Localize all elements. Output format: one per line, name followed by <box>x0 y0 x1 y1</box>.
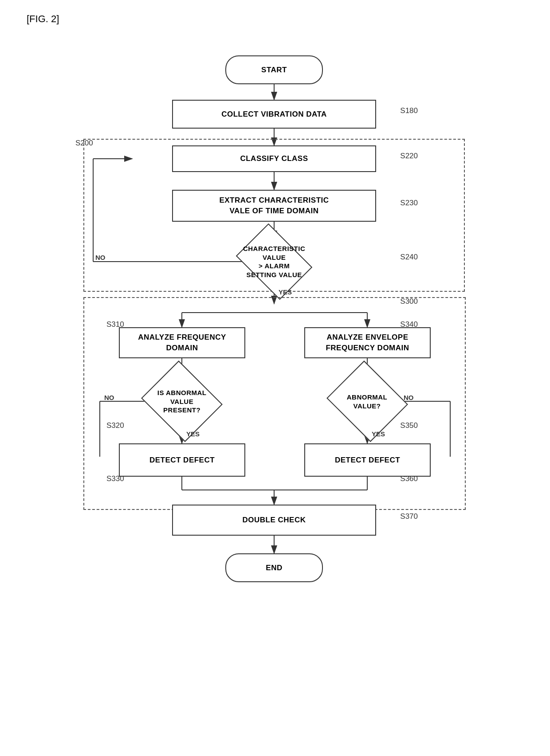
s200-step-label: S200 <box>75 139 93 148</box>
s180-node: COLLECT VIBRATION DATA <box>172 100 376 129</box>
s360-node: DETECT DEFECT <box>304 443 431 477</box>
s240-label: CHARACTERISTIC VALUE> ALARM SETTING VALU… <box>243 244 305 279</box>
s340-label: ANALYZE ENVELOPEFREQUENCY DOMAIN <box>326 332 409 353</box>
s350-step: S350 <box>400 421 418 430</box>
s370-label: DOUBLE CHECK <box>243 516 306 525</box>
s320-step: S320 <box>106 421 124 430</box>
s330-step: S330 <box>106 474 124 483</box>
s220-label: CLASSIFY CLASS <box>240 154 308 163</box>
end-label: END <box>266 564 282 572</box>
s180-label: COLLECT VIBRATION DATA <box>221 110 327 119</box>
s310-step: S310 <box>106 320 124 329</box>
start-node: START <box>225 55 323 84</box>
end-node: END <box>225 553 323 582</box>
s370-node: DOUBLE CHECK <box>172 505 376 536</box>
s240-no-label: NO <box>95 254 106 261</box>
s230-node: EXTRACT CHARACTERISTICVALE OF TIME DOMAI… <box>172 190 376 222</box>
start-label: START <box>261 66 287 74</box>
s360-label: DETECT DEFECT <box>335 456 400 465</box>
s330-node: DETECT DEFECT <box>119 443 245 477</box>
s310-label: ANALYZE FREQUENCYDOMAIN <box>138 332 226 353</box>
s230-step: S230 <box>400 199 418 208</box>
flowchart: START COLLECT VIBRATION DATA S180 S200 C… <box>35 31 515 729</box>
s180-step: S180 <box>400 106 418 115</box>
s340-node: ANALYZE ENVELOPEFREQUENCY DOMAIN <box>304 327 431 358</box>
s350-yes-label: YES <box>372 430 385 438</box>
page-label: [FIG. 2] <box>27 13 59 25</box>
s340-step: S340 <box>400 320 418 329</box>
s220-step: S220 <box>400 152 418 161</box>
s240-yes-label: YES <box>279 288 292 296</box>
s230-label: EXTRACT CHARACTERISTICVALE OF TIME DOMAI… <box>219 195 329 216</box>
s370-step: S370 <box>400 512 418 521</box>
s320-label: IS ABNORMALVALUEPRESENT? <box>157 388 207 415</box>
s360-step: S360 <box>400 474 418 483</box>
s310-node: ANALYZE FREQUENCYDOMAIN <box>119 327 245 358</box>
s220-node: CLASSIFY CLASS <box>172 145 376 172</box>
s320-no-label: NO <box>104 394 114 401</box>
s320-yes-label: YES <box>186 430 200 438</box>
s330-label: DETECT DEFECT <box>149 456 215 465</box>
s350-no-label: NO <box>404 394 414 401</box>
s300-step-label: S300 <box>400 297 418 306</box>
s240-step: S240 <box>400 253 418 262</box>
s350-label: ABNORMALVALUE? <box>347 393 388 410</box>
